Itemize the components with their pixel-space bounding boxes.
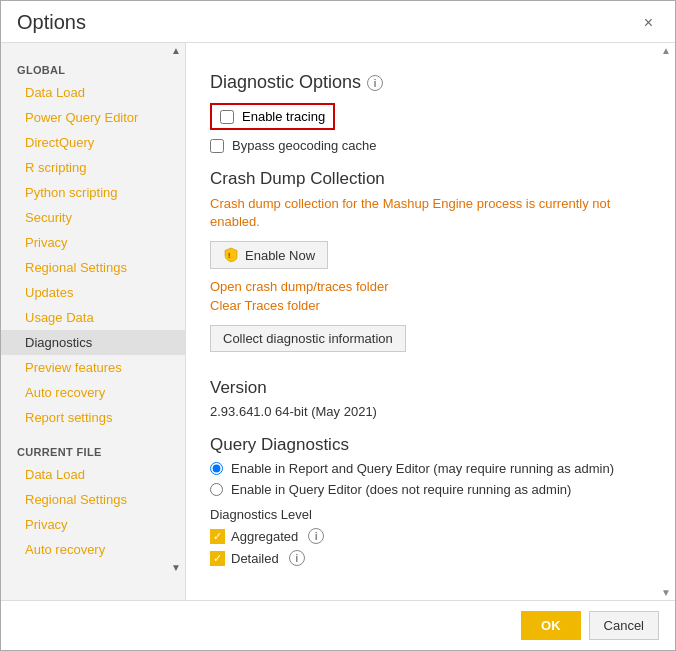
bypass-geocoding-checkbox[interactable] xyxy=(210,139,224,153)
main-panel: ▲ Diagnostic Options i Enable tracing By… xyxy=(186,43,675,600)
query-diag-heading: Query Diagnostics xyxy=(210,435,651,455)
content-area: ▲ GLOBAL Data Load Power Query Editor Di… xyxy=(1,42,675,600)
sidebar-item-usage-data[interactable]: Usage Data xyxy=(1,305,185,330)
enable-tracing-row: Enable tracing xyxy=(210,103,335,130)
title-bar: Options × xyxy=(1,1,675,42)
detailed-row: ✓ Detailed i xyxy=(210,550,651,566)
sidebar-item-privacy[interactable]: Privacy xyxy=(1,230,185,255)
version-heading: Version xyxy=(210,378,651,398)
sidebar-item-r-scripting[interactable]: R scripting xyxy=(1,155,185,180)
sidebar-item-python-scripting[interactable]: Python scripting xyxy=(1,180,185,205)
sidebar-item-security[interactable]: Security xyxy=(1,205,185,230)
dialog-title: Options xyxy=(17,11,86,34)
enable-tracing-checkbox[interactable] xyxy=(220,110,234,124)
radio2-input[interactable] xyxy=(210,483,223,496)
sidebar-item-report-settings[interactable]: Report settings xyxy=(1,405,185,430)
sidebar-item-preview-features[interactable]: Preview features xyxy=(1,355,185,380)
enable-tracing-label[interactable]: Enable tracing xyxy=(242,109,325,124)
options-dialog: Options × ▲ GLOBAL Data Load Power Query… xyxy=(0,0,676,651)
sidebar-item-data-load[interactable]: Data Load xyxy=(1,80,185,105)
sidebar: ▲ GLOBAL Data Load Power Query Editor Di… xyxy=(1,43,186,600)
sidebar-scroll-up-icon[interactable]: ▲ xyxy=(171,45,181,56)
sidebar-item-direct-query[interactable]: DirectQuery xyxy=(1,130,185,155)
collect-diag-button[interactable]: Collect diagnostic information xyxy=(210,325,406,352)
current-file-section-label: CURRENT FILE xyxy=(1,438,185,462)
sidebar-content: ▲ GLOBAL Data Load Power Query Editor Di… xyxy=(1,43,185,600)
sidebar-item-current-privacy[interactable]: Privacy xyxy=(1,512,185,537)
aggregated-label: Aggregated i xyxy=(231,528,324,544)
radio2-row: Enable in Query Editor (does not require… xyxy=(210,482,651,497)
sidebar-item-diagnostics[interactable]: Diagnostics xyxy=(1,330,185,355)
aggregated-checkbox[interactable]: ✓ xyxy=(210,529,225,544)
bypass-geocoding-row: Bypass geocoding cache xyxy=(210,138,651,153)
enable-now-label: Enable Now xyxy=(245,248,315,263)
clear-traces-link[interactable]: Clear Traces folder xyxy=(210,298,651,313)
bypass-geocoding-label[interactable]: Bypass geocoding cache xyxy=(232,138,377,153)
section-info-icon[interactable]: i xyxy=(367,75,383,91)
radio1-row: Enable in Report and Query Editor (may r… xyxy=(210,461,651,476)
version-text: 2.93.641.0 64-bit (May 2021) xyxy=(210,404,651,419)
enable-now-button[interactable]: ! Enable Now xyxy=(210,241,328,269)
radio1-input[interactable] xyxy=(210,462,223,475)
radio1-label[interactable]: Enable in Report and Query Editor (may r… xyxy=(231,461,614,476)
sidebar-item-updates[interactable]: Updates xyxy=(1,280,185,305)
sidebar-item-auto-recovery-global[interactable]: Auto recovery xyxy=(1,380,185,405)
main-scroll-down-icon[interactable]: ▼ xyxy=(661,587,671,598)
ok-button[interactable]: OK xyxy=(521,611,581,640)
aggregated-row: ✓ Aggregated i xyxy=(210,528,651,544)
section-title: Diagnostic Options xyxy=(210,72,361,93)
shield-icon: ! xyxy=(223,247,239,263)
cancel-button[interactable]: Cancel xyxy=(589,611,659,640)
close-button[interactable]: × xyxy=(638,13,659,33)
crash-dump-text: Crash dump collection for the Mashup Eng… xyxy=(210,195,651,231)
detailed-checkbox[interactable]: ✓ xyxy=(210,551,225,566)
sidebar-item-regional-settings[interactable]: Regional Settings xyxy=(1,255,185,280)
aggregated-info-icon[interactable]: i xyxy=(308,528,324,544)
sidebar-scroll-down-icon[interactable]: ▼ xyxy=(171,562,181,573)
detailed-info-icon[interactable]: i xyxy=(289,550,305,566)
main-scroll-up-icon[interactable]: ▲ xyxy=(661,45,671,56)
global-section-label: GLOBAL xyxy=(1,56,185,80)
sidebar-item-current-regional-settings[interactable]: Regional Settings xyxy=(1,487,185,512)
open-folder-link[interactable]: Open crash dump/traces folder xyxy=(210,279,651,294)
footer: OK Cancel xyxy=(1,600,675,650)
diag-level-label: Diagnostics Level xyxy=(210,507,651,522)
svg-text:!: ! xyxy=(228,252,230,259)
sidebar-item-current-auto-recovery[interactable]: Auto recovery xyxy=(1,537,185,562)
detailed-label: Detailed i xyxy=(231,550,305,566)
sidebar-item-power-query-editor[interactable]: Power Query Editor xyxy=(1,105,185,130)
main-scroll-area: Diagnostic Options i Enable tracing Bypa… xyxy=(186,56,675,587)
sidebar-item-current-data-load[interactable]: Data Load xyxy=(1,462,185,487)
section-heading: Diagnostic Options i xyxy=(210,72,651,93)
radio2-label[interactable]: Enable in Query Editor (does not require… xyxy=(231,482,571,497)
crash-dump-heading: Crash Dump Collection xyxy=(210,169,651,189)
